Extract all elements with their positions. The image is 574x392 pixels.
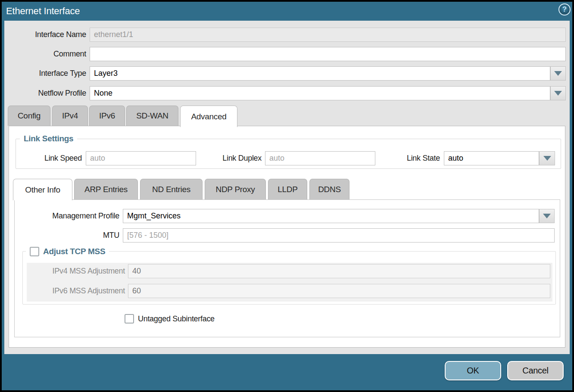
comment-label: Comment: [0, 47, 86, 61]
tab-lldp[interactable]: LLDP: [268, 179, 307, 199]
link-duplex-label: Link Duplex: [198, 151, 262, 165]
adjust-tcp-mss-legend: Adjust TCP MSS: [26, 246, 109, 257]
chevron-down-icon: [543, 156, 551, 161]
mtu-input[interactable]: [123, 228, 555, 243]
chevron-down-icon: [543, 214, 551, 218]
link-state-dropdown-button[interactable]: [539, 151, 555, 165]
tab-other-info-label: Other Info: [25, 185, 60, 195]
tab-ndp-proxy-label: NDP Proxy: [216, 185, 255, 194]
ipv6-mss-input: [128, 284, 550, 298]
tab-advanced-label: Advanced: [191, 112, 226, 121]
tab-ipv4[interactable]: IPv4: [52, 106, 88, 126]
chevron-down-icon: [554, 71, 562, 76]
link-state-label: Link State: [379, 151, 440, 165]
cancel-button-label: Cancel: [522, 366, 548, 376]
link-speed-input[interactable]: [86, 151, 196, 165]
management-profile-dropdown-button[interactable]: [539, 209, 555, 223]
link-settings-legend-label: Link Settings: [24, 133, 73, 144]
netflow-profile-input[interactable]: [90, 86, 550, 100]
interface-type-input[interactable]: [90, 66, 550, 81]
interface-type-label: Interface Type: [0, 66, 86, 81]
ipv6-mss-label: IPv6 MSS Adjustment: [27, 284, 125, 298]
tab-lldp-label: LLDP: [278, 185, 297, 194]
link-duplex-input[interactable]: [265, 151, 375, 165]
tab-config[interactable]: Config: [8, 106, 50, 126]
tab-ipv6[interactable]: IPv6: [89, 106, 125, 126]
ipv4-mss-input: [128, 264, 550, 278]
cancel-button[interactable]: Cancel: [507, 361, 564, 380]
tab-config-label: Config: [18, 111, 41, 121]
netflow-profile-dropdown-button[interactable]: [550, 86, 566, 100]
tab-ndp-proxy[interactable]: NDP Proxy: [205, 179, 266, 199]
management-profile-label: Management Profile: [0, 209, 119, 223]
tab-nd-entries[interactable]: ND Entries: [140, 179, 203, 199]
tab-sdwan-label: SD-WAN: [136, 111, 168, 121]
interface-type-dropdown-button[interactable]: [550, 66, 566, 81]
netflow-profile-label: Netflow Profile: [0, 86, 86, 100]
ok-button[interactable]: OK: [445, 361, 501, 380]
link-speed-label: Link Speed: [0, 151, 82, 165]
tab-arp-entries[interactable]: ARP Entries: [74, 179, 138, 199]
link-state-input[interactable]: [444, 151, 539, 165]
tab-ipv4-label: IPv4: [62, 111, 78, 121]
link-settings-legend: Link Settings: [20, 133, 77, 144]
adjust-tcp-mss-checkbox[interactable]: [30, 247, 39, 256]
management-profile-input[interactable]: [123, 209, 539, 223]
tab-ipv6-label: IPv6: [99, 111, 115, 121]
adjust-tcp-mss-legend-label: Adjust TCP MSS: [43, 246, 105, 257]
tab-ddns[interactable]: DDNS: [309, 179, 349, 199]
tab-other-info[interactable]: Other Info: [13, 179, 72, 200]
interface-name-label: Interface Name: [0, 28, 86, 42]
untagged-subinterface-checkbox[interactable]: [125, 314, 134, 324]
tab-ddns-label: DDNS: [318, 185, 341, 194]
tab-arp-entries-label: ARP Entries: [84, 185, 128, 194]
interface-name-input: [90, 28, 566, 42]
untagged-subinterface-label: Untagged Subinterface: [138, 312, 215, 326]
mtu-label: MTU: [0, 228, 119, 243]
tab-sdwan[interactable]: SD-WAN: [126, 106, 178, 126]
tab-nd-entries-label: ND Entries: [152, 185, 190, 194]
ok-button-label: OK: [467, 366, 479, 376]
tab-advanced[interactable]: Advanced: [180, 106, 237, 127]
ethernet-interface-dialog: Ethernet Interface ? Interface Name Comm…: [0, 0, 574, 392]
dialog-title: Ethernet Interface: [6, 5, 80, 18]
chevron-down-icon: [554, 91, 562, 96]
comment-input[interactable]: [90, 47, 566, 61]
ipv4-mss-label: IPv4 MSS Adjustment: [27, 264, 125, 278]
help-icon[interactable]: ?: [558, 3, 571, 16]
